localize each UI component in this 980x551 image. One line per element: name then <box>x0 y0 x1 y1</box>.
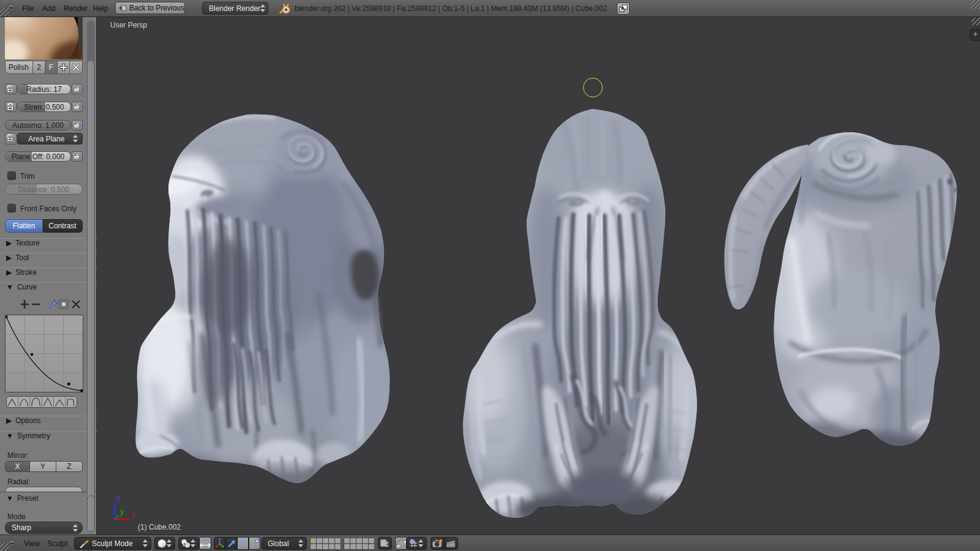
svg-text:x: x <box>131 510 135 519</box>
svg-text:z: z <box>116 493 121 503</box>
svg-text:y: y <box>120 507 124 516</box>
